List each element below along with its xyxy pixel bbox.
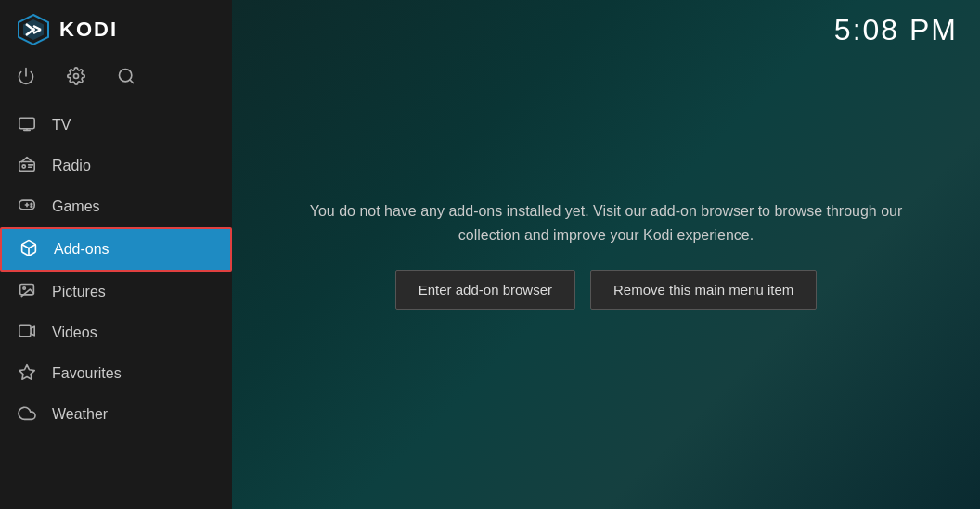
nav-label-games: Games xyxy=(52,198,100,215)
radio-icon xyxy=(17,156,37,176)
enter-addon-browser-button[interactable]: Enter add-on browser xyxy=(395,270,575,310)
tv-icon xyxy=(17,115,37,135)
svg-line-10 xyxy=(130,80,134,83)
sidebar-nav: TV Radio xyxy=(0,105,232,509)
nav-item-videos[interactable]: Videos xyxy=(0,312,232,353)
nav-item-games[interactable]: Games xyxy=(0,186,232,227)
nav-label-weather: Weather xyxy=(52,406,108,423)
svg-rect-24 xyxy=(20,284,34,294)
weather-icon xyxy=(17,404,37,425)
nav-label-radio: Radio xyxy=(52,158,91,174)
power-icon[interactable] xyxy=(17,67,35,90)
settings-icon[interactable] xyxy=(67,67,85,90)
svg-point-8 xyxy=(74,74,79,79)
svg-point-22 xyxy=(31,206,32,208)
nav-label-tv: TV xyxy=(52,117,71,134)
remove-menu-item-button[interactable]: Remove this main menu item xyxy=(590,270,817,310)
sidebar-header: KODI xyxy=(0,0,232,59)
addons-icon xyxy=(19,239,39,260)
videos-icon xyxy=(17,323,37,343)
search-icon[interactable] xyxy=(117,67,135,90)
nav-item-radio[interactable]: Radio xyxy=(0,146,232,186)
svg-point-25 xyxy=(23,287,25,289)
nav-label-pictures: Pictures xyxy=(52,284,106,300)
main-message: You do not have any add-ons installed ye… xyxy=(304,199,908,247)
svg-point-6 xyxy=(32,28,35,32)
nav-item-pictures[interactable]: Pictures xyxy=(0,272,232,312)
nav-label-add-ons: Add-ons xyxy=(54,241,110,258)
favourites-icon xyxy=(17,363,37,384)
nav-item-tv[interactable]: TV xyxy=(0,105,232,146)
sidebar: KODI xyxy=(0,0,232,509)
main-buttons: Enter add-on browser Remove this main me… xyxy=(395,270,818,310)
nav-label-favourites: Favourites xyxy=(52,365,122,382)
time-display: 5:08 PM xyxy=(834,13,958,47)
nav-item-add-ons[interactable]: Add-ons xyxy=(0,227,232,272)
pictures-icon xyxy=(17,282,37,302)
svg-rect-11 xyxy=(19,118,34,128)
svg-rect-26 xyxy=(19,325,31,336)
main-content: 5:08 PM You do not have any add-ons inst… xyxy=(232,0,980,509)
sidebar-actions xyxy=(0,59,232,105)
kodi-logo xyxy=(17,13,50,46)
svg-marker-27 xyxy=(19,365,34,380)
svg-point-21 xyxy=(31,203,32,205)
nav-item-weather[interactable]: Weather xyxy=(0,394,232,435)
svg-point-15 xyxy=(22,165,25,168)
nav-item-favourites[interactable]: Favourites xyxy=(0,353,232,394)
nav-label-videos: Videos xyxy=(52,324,97,341)
app-title: KODI xyxy=(59,18,118,42)
games-icon xyxy=(17,197,37,217)
